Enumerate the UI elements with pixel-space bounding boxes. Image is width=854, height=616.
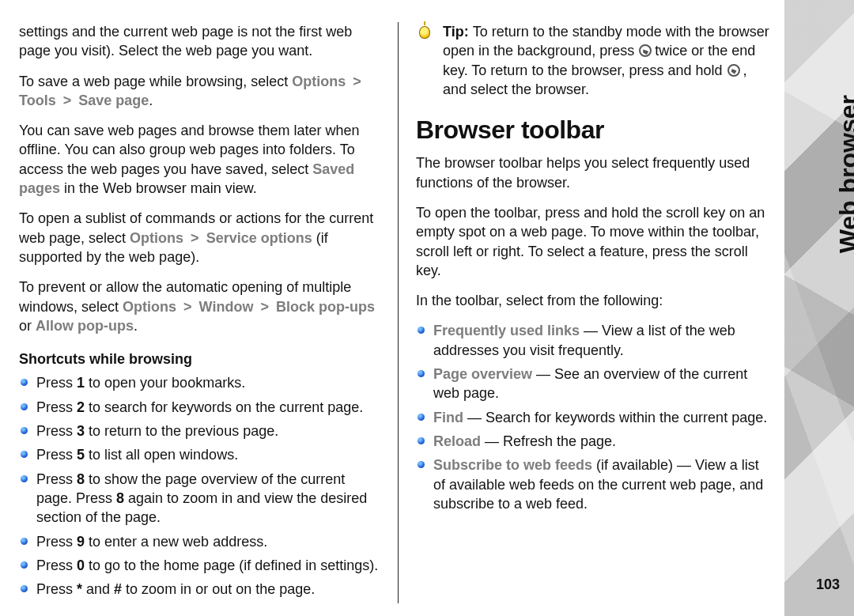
menu-path-options: Options: [130, 230, 183, 246]
text: and: [82, 581, 114, 597]
menu-sep: >: [60, 93, 75, 108]
column-left: settings and the current web page is not…: [19, 22, 399, 603]
lightbulb-icon: [416, 23, 435, 42]
text: to go to the home page (if defined in se…: [85, 557, 378, 573]
page-content: settings and the current web page is not…: [0, 0, 784, 616]
key-hash: #: [114, 581, 122, 597]
text: to open your bookmarks.: [85, 375, 245, 391]
text: Press: [36, 399, 77, 415]
text: — Refresh the page.: [481, 433, 616, 449]
para: To open a sublist of commands or actions…: [19, 209, 380, 266]
key-3: 3: [77, 423, 85, 439]
menu-path-tools: Tools: [19, 93, 56, 108]
list-item: Subscribe to web feeds (if available) — …: [416, 455, 773, 513]
text: to search for keywords on the current pa…: [85, 399, 363, 415]
opt-page-overview: Page overview: [433, 366, 532, 382]
text: to return to the previous page.: [85, 423, 278, 439]
text: — Search for keywords within the current…: [463, 410, 767, 425]
list-item: Press 2 to search for keywords on the cu…: [19, 398, 380, 417]
text: Press: [36, 471, 77, 487]
menu-key-icon: [638, 44, 651, 57]
list-item: Press 8 to show the page overview of the…: [19, 470, 380, 527]
shortcut-list: Press 1 to open your bookmarks. Press 2 …: [19, 373, 380, 603]
list-item: Press * and # to zoom in or out on the p…: [19, 580, 380, 599]
side-tab: Web browser 103: [784, 0, 854, 616]
opt-find: Find: [433, 410, 463, 425]
key-8: 8: [116, 490, 124, 506]
menu-path-window: Window: [199, 299, 254, 315]
menu-path-block-popups: Block pop-ups: [276, 299, 375, 315]
section-title: Web browser: [832, 95, 854, 253]
subheading-shortcuts: Shortcuts while browsing: [19, 350, 380, 368]
menu-path-save-page: Save page: [78, 93, 149, 108]
tip-block: Tip: To return to the standby mode with …: [416, 22, 773, 99]
text: to list all open windows.: [85, 447, 238, 463]
list-item: Press 3 to return to the previous page.: [19, 421, 380, 440]
list-item: Press 5 to list all open windows.: [19, 445, 380, 464]
para: The browser toolbar helps you select fre…: [416, 153, 773, 192]
key-star: *: [77, 581, 82, 597]
para: You can save web pages and browse them l…: [19, 121, 380, 198]
key-1: 1: [77, 375, 85, 391]
opt-subscribe-feeds: Subscribe to web feeds: [433, 457, 592, 473]
list-item: Press 0 to go to the home page (if defin…: [19, 556, 380, 575]
menu-path-options: Options: [292, 74, 346, 89]
text: or: [19, 318, 36, 334]
text: Press: [36, 423, 77, 439]
menu-sep: >: [187, 230, 202, 246]
text: in the Web browser main view.: [64, 180, 257, 196]
menu-sep: >: [350, 74, 365, 89]
menu-path-options: Options: [123, 299, 176, 315]
text: Press: [36, 375, 77, 391]
tip-label: Tip:: [443, 24, 473, 40]
key-9: 9: [77, 534, 85, 550]
text: Press: [36, 447, 77, 463]
tip-text: Tip: To return to the standby mode with …: [443, 22, 773, 99]
column-right: Tip: To return to the standby mode with …: [399, 22, 777, 603]
toolbar-list: Frequently used links — View a list of t…: [416, 321, 773, 518]
page-number: 103: [816, 575, 840, 594]
key-8: 8: [77, 471, 85, 487]
list-item: Page overview — See an overview of the c…: [416, 365, 773, 403]
opt-frequently-used-links: Frequently used links: [433, 323, 580, 338]
para: To save a web page while browsing, selec…: [19, 72, 380, 111]
text: to enter a new web address.: [85, 534, 267, 550]
text: Press: [36, 581, 77, 597]
text: Press: [36, 534, 77, 550]
list-item: Press 1 to open your bookmarks.: [19, 373, 380, 392]
text: To save a web page while browsing, selec…: [19, 74, 292, 89]
list-item: Frequently used links — View a list of t…: [416, 321, 773, 360]
key-0: 0: [77, 557, 85, 573]
list-item: Reload — Refresh the page.: [416, 432, 773, 451]
menu-path-service-options: Service options: [206, 230, 312, 246]
opt-reload: Reload: [433, 433, 481, 449]
para: To prevent or allow the automatic openin…: [19, 278, 380, 335]
menu-sep: >: [257, 299, 272, 315]
text: Press: [36, 557, 77, 573]
para: In the toolbar, select from the followin…: [416, 291, 773, 310]
key-2: 2: [77, 399, 85, 415]
menu-key-icon: [727, 64, 739, 77]
menu-path-allow-popups: Allow pop-ups: [36, 318, 134, 334]
para: To open the toolbar, press and hold the …: [416, 203, 773, 280]
text: to zoom in or out on the page.: [122, 581, 315, 597]
menu-sep: >: [180, 299, 195, 315]
list-item: Press 9 to enter a new web address.: [19, 532, 380, 551]
text: You can save web pages and browse them l…: [19, 123, 360, 177]
heading-browser-toolbar: Browser toolbar: [416, 113, 773, 147]
list-item: Find — Search for keywords within the cu…: [416, 408, 773, 427]
key-5: 5: [77, 447, 85, 463]
para: settings and the current web page is not…: [19, 22, 380, 61]
